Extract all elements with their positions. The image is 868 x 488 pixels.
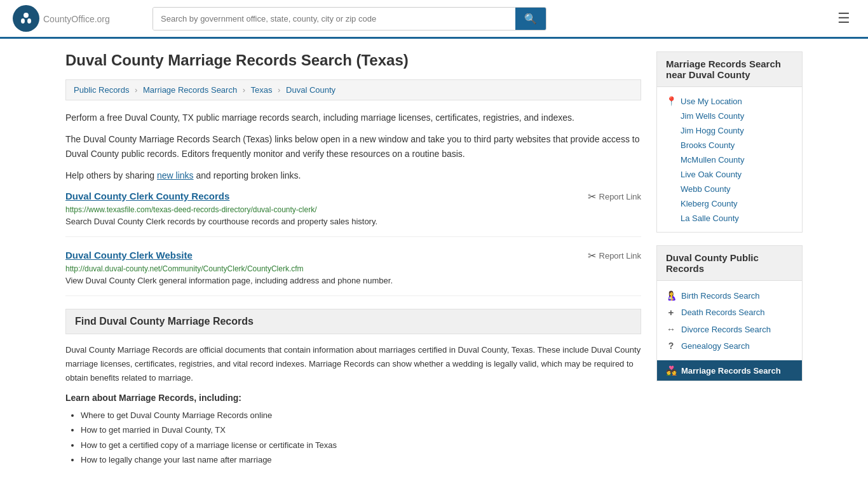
report-icon-2: ✂ bbox=[588, 250, 596, 262]
sidebar-la-salle-label: La Salle County bbox=[681, 214, 739, 223]
nearby-content: 📍 Use My Location Jim Wells County Jim H… bbox=[657, 87, 802, 232]
sidebar-jim-hogg-label: Jim Hogg County bbox=[681, 126, 744, 135]
public-records-title: Duval County Public Records bbox=[657, 246, 802, 281]
location-icon: 📍 bbox=[666, 96, 676, 106]
main-content: Duval County Marriage Records Search (Te… bbox=[65, 51, 641, 467]
divorce-icon: ↔ bbox=[666, 324, 676, 334]
find-section-heading: Find Duval County Marriage Records bbox=[65, 309, 641, 334]
breadcrumb-sep-3: › bbox=[278, 85, 280, 95]
death-icon: + bbox=[666, 307, 676, 318]
intro-text-3: Help others by sharing new links and rep… bbox=[65, 168, 641, 182]
record-block-2: Duval County Clerk Website ✂ Report Link… bbox=[65, 250, 641, 296]
sidebar-la-salle[interactable]: La Salle County bbox=[666, 211, 793, 226]
public-records-content: 🤱 Birth Records Search + Death Records S… bbox=[657, 281, 802, 360]
breadcrumb-sep-1: › bbox=[135, 85, 137, 95]
sidebar-marriage-active[interactable]: 💑 Marriage Records Search bbox=[657, 360, 802, 381]
report-link-btn-2[interactable]: ✂ Report Link bbox=[588, 250, 641, 262]
learn-heading: Learn about Marriage Records, including: bbox=[65, 393, 641, 403]
find-body-text: Duval County Marriage Records are offici… bbox=[65, 343, 641, 385]
record-block-1: Duval County Clerk County Records ✂ Repo… bbox=[65, 191, 641, 237]
marriage-icon-active: 💑 bbox=[666, 365, 676, 376]
birth-icon: 🤱 bbox=[666, 290, 676, 301]
sidebar-genealogy[interactable]: ? Genealogy Search bbox=[666, 337, 793, 354]
sidebar-use-location[interactable]: 📍 Use My Location bbox=[666, 93, 793, 109]
hamburger-icon: ☰ bbox=[837, 10, 850, 26]
site-header: CountyOffice.org 🔍 ☰ bbox=[0, 0, 868, 39]
report-icon-1: ✂ bbox=[588, 191, 596, 203]
menu-button[interactable]: ☰ bbox=[832, 8, 855, 29]
breadcrumb-texas[interactable]: Texas bbox=[251, 85, 273, 95]
new-links-link[interactable]: new links bbox=[157, 170, 194, 180]
nearby-box: Marriage Records Search near Duval Count… bbox=[656, 51, 803, 233]
sidebar-brooks-label: Brooks County bbox=[681, 140, 735, 150]
sidebar-webb-label: Webb County bbox=[681, 184, 731, 194]
record-title-1[interactable]: Duval County Clerk County Records bbox=[65, 191, 229, 201]
sidebar-birth-records[interactable]: 🤱 Birth Records Search bbox=[666, 287, 793, 304]
report-link-btn-1[interactable]: ✂ Report Link bbox=[588, 191, 641, 203]
logo-text: CountyOffice.org bbox=[43, 12, 110, 25]
list-item-1: Where to get Duval County Marriage Recor… bbox=[81, 408, 641, 423]
list-item-3: How to get a certified copy of a marriag… bbox=[81, 438, 641, 452]
svg-point-2 bbox=[21, 18, 25, 24]
breadcrumb: Public Records › Marriage Records Search… bbox=[65, 79, 641, 100]
page-title: Duval County Marriage Records Search (Te… bbox=[65, 51, 641, 69]
sidebar-use-location-label: Use My Location bbox=[681, 97, 742, 106]
svg-point-3 bbox=[27, 18, 31, 24]
sidebar-death-label: Death Records Search bbox=[681, 308, 765, 317]
learn-list: Where to get Duval County Marriage Recor… bbox=[81, 408, 641, 468]
breadcrumb-duval[interactable]: Duval County bbox=[286, 85, 336, 95]
intro-text-1: Perform a free Duval County, TX public m… bbox=[65, 111, 641, 125]
sidebar-genealogy-label: Genealogy Search bbox=[681, 341, 750, 351]
record-desc-2: View Duval County Clerk general informat… bbox=[65, 276, 641, 285]
record-url-2[interactable]: http://duval.duval-county.net/Community/… bbox=[65, 264, 641, 273]
sidebar-jim-wells[interactable]: Jim Wells County bbox=[666, 109, 793, 123]
public-records-box: Duval County Public Records 🤱 Birth Reco… bbox=[656, 245, 803, 381]
sidebar-jim-wells-label: Jim Wells County bbox=[681, 111, 744, 121]
sidebar-mcmullen-label: McMullen County bbox=[681, 155, 744, 165]
sidebar-mcmullen[interactable]: McMullen County bbox=[666, 152, 793, 167]
sidebar-webb[interactable]: Webb County bbox=[666, 182, 793, 196]
svg-point-1 bbox=[24, 13, 29, 18]
nearby-title: Marriage Records Search near Duval Count… bbox=[657, 52, 802, 87]
search-input[interactable] bbox=[153, 8, 515, 30]
record-desc-1: Search Duval County Clerk records by cou… bbox=[65, 217, 641, 226]
sidebar-live-oak[interactable]: Live Oak County bbox=[666, 167, 793, 182]
sidebar-jim-hogg[interactable]: Jim Hogg County bbox=[666, 123, 793, 138]
list-item-2: How to get married in Duval County, TX bbox=[81, 423, 641, 437]
breadcrumb-marriage-records[interactable]: Marriage Records Search bbox=[143, 85, 237, 95]
search-bar: 🔍 bbox=[153, 7, 546, 30]
breadcrumb-sep-2: › bbox=[243, 85, 245, 95]
record-title-2[interactable]: Duval County Clerk Website bbox=[65, 250, 193, 261]
sidebar-divorce-records[interactable]: ↔ Divorce Records Search bbox=[666, 321, 793, 337]
genealogy-icon: ? bbox=[666, 341, 676, 351]
report-label-1: Report Link bbox=[599, 192, 641, 201]
record-url-1[interactable]: https://www.texasfile.com/texas-deed-rec… bbox=[65, 205, 641, 214]
logo-area: CountyOffice.org bbox=[13, 5, 140, 32]
page-wrapper: Duval County Marriage Records Search (Te… bbox=[53, 39, 815, 480]
record-header-1: Duval County Clerk County Records ✂ Repo… bbox=[65, 191, 641, 203]
sidebar-kleberg[interactable]: Kleberg County bbox=[666, 196, 793, 211]
sidebar: Marriage Records Search near Duval Count… bbox=[656, 51, 803, 467]
sidebar-kleberg-label: Kleberg County bbox=[681, 199, 738, 208]
sidebar-death-records[interactable]: + Death Records Search bbox=[666, 304, 793, 321]
search-icon: 🔍 bbox=[524, 13, 537, 24]
sidebar-divorce-label: Divorce Records Search bbox=[681, 325, 771, 334]
search-button[interactable]: 🔍 bbox=[515, 8, 546, 30]
sidebar-live-oak-label: Live Oak County bbox=[681, 170, 742, 179]
list-item-4: How to legally change your last name aft… bbox=[81, 452, 641, 467]
breadcrumb-public-records[interactable]: Public Records bbox=[74, 85, 129, 95]
report-label-2: Report Link bbox=[599, 251, 641, 261]
sidebar-brooks[interactable]: Brooks County bbox=[666, 138, 793, 152]
record-header-2: Duval County Clerk Website ✂ Report Link bbox=[65, 250, 641, 262]
intro-text-2: The Duval County Marriage Records Search… bbox=[65, 132, 641, 161]
logo-icon bbox=[13, 5, 39, 32]
sidebar-birth-label: Birth Records Search bbox=[681, 291, 760, 301]
sidebar-marriage-active-label: Marriage Records Search bbox=[681, 366, 781, 376]
